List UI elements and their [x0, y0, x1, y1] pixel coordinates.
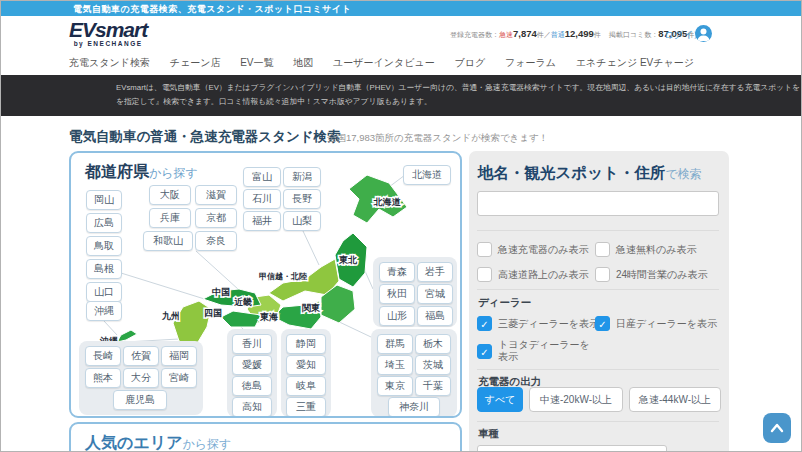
- filter-rapid-only[interactable]: 急速充電器のみ表示: [477, 240, 588, 256]
- output-rapid-44kw-button[interactable]: 急速-44kW-以上: [629, 387, 721, 412]
- pref-mie[interactable]: 三重: [286, 397, 326, 417]
- pref-kanagawa[interactable]: 神奈川: [388, 397, 440, 417]
- checkbox-unchecked[interactable]: [477, 242, 492, 257]
- pref-nagasaki[interactable]: 長崎: [85, 346, 121, 366]
- pref-yamagata[interactable]: 山形: [379, 306, 415, 326]
- checkbox-unchecked[interactable]: [595, 242, 610, 257]
- pref-shimane[interactable]: 島根: [86, 259, 122, 279]
- location-search-input[interactable]: [477, 191, 719, 216]
- map-region-chugoku[interactable]: [203, 289, 261, 307]
- pref-saitama[interactable]: 埼玉: [377, 355, 413, 375]
- pref-hyogo[interactable]: 兵庫: [149, 208, 191, 228]
- car-model-select[interactable]: [477, 445, 667, 452]
- pref-nagano[interactable]: 長野: [283, 189, 321, 209]
- nav-item-blog[interactable]: ブログ: [455, 57, 486, 68]
- nav-item-ev-list[interactable]: EV一覧: [240, 57, 273, 68]
- search-heading-suffix: で検索: [665, 167, 701, 181]
- dealer-mitsubishi[interactable]: ✓三菱ディーラーを表示: [477, 314, 599, 330]
- pref-kagawa[interactable]: 香川: [232, 334, 272, 354]
- pref-miyagi[interactable]: 宮城: [417, 284, 453, 304]
- pref-hokkaido[interactable]: 北海道: [403, 165, 451, 185]
- pref-gifu[interactable]: 岐阜: [286, 376, 326, 396]
- pref-osaka[interactable]: 大阪: [149, 185, 191, 205]
- pref-tokyo[interactable]: 東京: [377, 376, 413, 396]
- site-logo[interactable]: EVsmart by ENECHANGE: [69, 20, 147, 47]
- pref-miyazaki[interactable]: 宮崎: [161, 368, 197, 388]
- map-label-tokai: 東海: [259, 312, 278, 322]
- stats-registered-label: 登録充電器数：: [450, 31, 499, 38]
- divider: [477, 369, 719, 370]
- nav-item-enechange-ev-charge[interactable]: エネチェンジ EVチャージ: [576, 57, 694, 68]
- output-mid-20kw-button[interactable]: 中速-20kW-以上: [529, 387, 623, 412]
- map-region-tokai[interactable]: [273, 301, 321, 329]
- checkbox-checked[interactable]: ✓: [477, 316, 492, 331]
- pref-kochi[interactable]: 高知: [232, 397, 272, 417]
- dealer-label[interactable]: 三菱ディーラーを表示: [498, 317, 599, 331]
- map-region-kinki[interactable]: [247, 295, 281, 323]
- pref-oita[interactable]: 大分: [123, 368, 159, 388]
- user-avatar-icon[interactable]: [695, 25, 712, 42]
- map-region-tohoku[interactable]: [335, 233, 367, 287]
- filter-label[interactable]: 急速無料のみ表示: [616, 243, 696, 257]
- pref-tochigi[interactable]: 栃木: [415, 334, 451, 354]
- pref-aomori[interactable]: 青森: [379, 262, 415, 282]
- pref-saga[interactable]: 佐賀: [123, 346, 159, 366]
- pref-gunma[interactable]: 群馬: [377, 334, 413, 354]
- pref-yamaguchi[interactable]: 山口: [86, 282, 122, 302]
- pref-tokushima[interactable]: 徳島: [232, 376, 272, 396]
- pref-nara[interactable]: 奈良: [195, 231, 237, 251]
- pref-fukui[interactable]: 福井: [243, 211, 281, 231]
- nav-item-user-interview[interactable]: ユーザーインタビュー: [333, 57, 435, 68]
- checkbox-unchecked[interactable]: [477, 267, 492, 282]
- pref-fukuoka[interactable]: 福岡: [161, 346, 197, 366]
- pref-ibaraki[interactable]: 茨城: [415, 355, 451, 375]
- pref-fukushima[interactable]: 福島: [417, 306, 453, 326]
- filter-label[interactable]: 急速充電器のみ表示: [498, 243, 588, 257]
- dealer-toyota[interactable]: ✓トヨタディーラーを表示: [477, 339, 596, 365]
- map-region-kanto[interactable]: [321, 285, 355, 323]
- pref-aichi[interactable]: 愛知: [286, 355, 326, 375]
- filter-label[interactable]: 高速道路上のみ表示: [498, 268, 588, 282]
- pref-toyama[interactable]: 富山: [243, 167, 281, 187]
- pref-tottori[interactable]: 鳥取: [86, 236, 122, 256]
- map-region-koshinetsu-hokuriku[interactable]: [269, 259, 339, 301]
- pref-hiroshima[interactable]: 広島: [86, 213, 122, 233]
- pref-ishikawa[interactable]: 石川: [243, 189, 281, 209]
- checkbox-unchecked[interactable]: [595, 267, 610, 282]
- pref-kumamoto[interactable]: 熊本: [85, 368, 121, 388]
- nav-item-chain-stores[interactable]: チェーン店: [170, 57, 221, 68]
- dealer-label[interactable]: 日産ディーラーを表示: [616, 317, 717, 331]
- checkbox-checked[interactable]: ✓: [595, 316, 610, 331]
- filter-highway-only[interactable]: 高速道路上のみ表示: [477, 265, 588, 281]
- logo-title: EVsmart: [69, 20, 147, 40]
- search-panel-heading: 地名・観光スポット・住所で検索: [478, 163, 702, 184]
- pref-ehime[interactable]: 愛媛: [232, 355, 272, 375]
- filter-free-rapid-only[interactable]: 急速無料のみ表示: [595, 240, 696, 256]
- pref-chiba[interactable]: 千葉: [415, 376, 451, 396]
- filter-24h-only[interactable]: 24時間営業のみ表示: [595, 265, 708, 281]
- stats-normal-unit: 件: [594, 31, 601, 38]
- nav-item-station-search[interactable]: 充電スタンド検索: [69, 57, 150, 68]
- dealer-label[interactable]: トヨタディーラーを表示: [498, 339, 596, 363]
- output-all-button[interactable]: すべて: [477, 387, 523, 412]
- pref-akita[interactable]: 秋田: [379, 284, 415, 304]
- pref-okinawa[interactable]: 沖縄: [86, 301, 122, 321]
- filter-label[interactable]: 24時間営業のみ表示: [616, 268, 708, 282]
- nav-item-forum[interactable]: フォーラム: [505, 57, 556, 68]
- dealer-nissan[interactable]: ✓日産ディーラーを表示: [595, 314, 717, 330]
- map-region-hokkaido[interactable]: [349, 175, 407, 223]
- pref-yamanashi[interactable]: 山梨: [283, 211, 321, 231]
- pref-okayama[interactable]: 岡山: [86, 190, 122, 210]
- map-region-shikoku[interactable]: [221, 311, 261, 327]
- pref-niigata[interactable]: 新潟: [283, 167, 321, 187]
- nav-item-map[interactable]: 地図: [293, 57, 313, 68]
- scroll-to-top-button[interactable]: [763, 413, 791, 443]
- logo-subtitle: by ENECHANGE: [69, 40, 147, 47]
- pref-kyoto[interactable]: 京都: [195, 208, 237, 228]
- pref-shizuoka[interactable]: 静岡: [286, 334, 326, 354]
- pref-iwate[interactable]: 岩手: [417, 262, 453, 282]
- pref-wakayama[interactable]: 和歌山: [143, 231, 193, 251]
- pref-kagoshima[interactable]: 鹿児島: [113, 390, 167, 410]
- checkbox-checked[interactable]: ✓: [477, 344, 492, 359]
- pref-shiga[interactable]: 滋賀: [195, 185, 237, 205]
